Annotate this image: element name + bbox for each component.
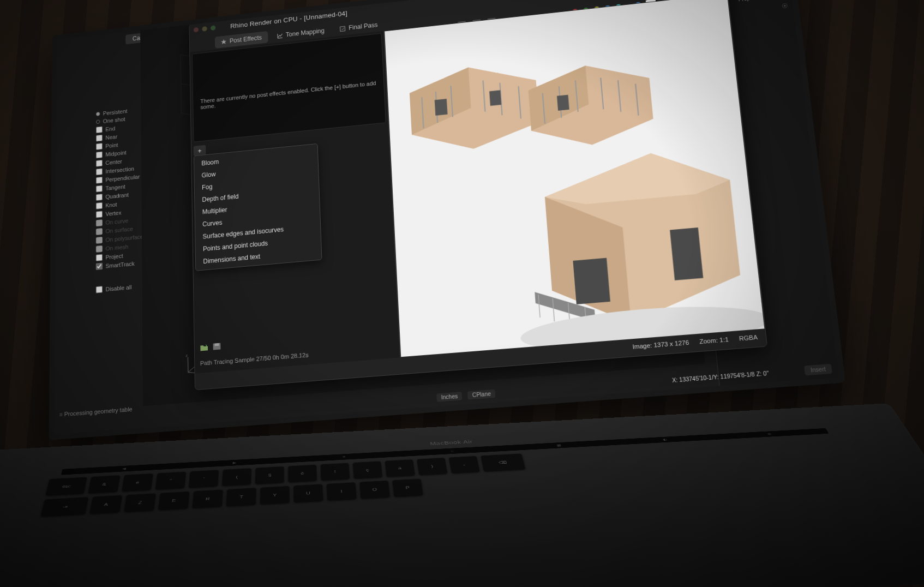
radio-on-icon <box>96 112 100 116</box>
svg-text:z: z <box>185 354 188 357</box>
key-esc: esc <box>46 477 87 496</box>
svg-point-7 <box>784 5 786 7</box>
key: è <box>288 464 317 482</box>
zoom-level: Zoom: 1:1 <box>699 336 729 345</box>
units-selector[interactable]: Inches <box>436 391 463 402</box>
key: ç <box>353 461 382 479</box>
checkbox-icon <box>96 245 103 253</box>
checkbox-icon[interactable] <box>96 160 103 167</box>
key: Z <box>124 493 156 512</box>
osnap-label: On curve <box>105 217 128 225</box>
osnap-label: SmartTrack <box>106 260 135 269</box>
key: é <box>122 474 153 492</box>
key: - <box>449 456 480 473</box>
key: T <box>226 488 256 507</box>
tab-label: Tone Mapping <box>286 27 325 38</box>
checkbox-icon[interactable] <box>96 254 103 261</box>
key: O <box>359 480 390 499</box>
osnap-label: On mesh <box>106 243 129 251</box>
cplane-selector[interactable]: CPlane <box>467 389 495 399</box>
osnap-label: Quadrant <box>105 191 129 200</box>
key: I <box>327 482 357 501</box>
checkbox-icon[interactable] <box>96 202 103 209</box>
checkbox-icon[interactable] <box>96 177 103 184</box>
checkbox-icon[interactable] <box>96 286 103 293</box>
folder-open-icon[interactable] <box>200 343 208 351</box>
effects-tools <box>200 343 221 352</box>
key: Y <box>260 486 290 504</box>
render-window-body: There are currently no post effects enab… <box>190 0 765 374</box>
osnap-label: Tangent <box>105 183 125 191</box>
svg-rect-19 <box>489 90 501 106</box>
key: ) <box>417 458 447 475</box>
svg-rect-18 <box>435 99 448 116</box>
key-delete: ⌫ <box>481 453 525 472</box>
tab-label: Final Pass <box>349 21 378 31</box>
svg-rect-26 <box>557 95 569 111</box>
osnap-label: Midpoint <box>105 149 126 157</box>
osnap-label: Project <box>106 253 123 260</box>
checkbox-icon <box>96 237 103 244</box>
svg-rect-8 <box>340 26 345 31</box>
rendered-scene <box>385 0 764 357</box>
checkbox-icon[interactable] <box>96 168 103 175</box>
checkbox-icon[interactable] <box>96 194 103 201</box>
laptop-screen: New In V7 7 Cancel Persistent One shot E… <box>49 0 845 440</box>
tab-label: Post Effects <box>230 34 262 45</box>
checkbox-icon <box>96 228 103 235</box>
status-processing: ≡ Processing geometry table <box>59 406 133 418</box>
key: U <box>293 484 323 502</box>
key: A <box>89 495 122 514</box>
key: " <box>155 471 186 489</box>
key: ! <box>320 463 350 481</box>
osnap-label: Knot <box>105 201 117 208</box>
pixel-format: RGBA <box>739 334 758 342</box>
effects-empty-message: There are currently no post effects enab… <box>200 80 376 110</box>
key: à <box>385 459 415 477</box>
image-dimensions: Image: 1373 x 1276 <box>632 339 689 350</box>
star-icon <box>221 39 226 45</box>
key: ( <box>222 468 251 486</box>
checkbox-icon[interactable] <box>96 151 103 158</box>
osnap-label: Point <box>105 142 118 149</box>
close-icon[interactable] <box>194 27 199 33</box>
render-progress-status: Path Tracing Sample 27/50 0h 0m 28.12s <box>200 351 309 367</box>
disable-all-label: Disable all <box>106 284 132 292</box>
checkbox-icon[interactable] <box>96 211 103 218</box>
render-viewport[interactable] <box>384 0 765 357</box>
key: § <box>255 466 284 484</box>
insert-button[interactable]: Insert <box>804 363 832 375</box>
key: & <box>88 475 121 494</box>
checkbox-icon[interactable] <box>96 126 103 133</box>
render-window: Rhino Render on CPU - [Unnamed-04] Post … <box>189 0 767 390</box>
macbook-logo: MacBook Air <box>430 439 473 446</box>
post-effects-panel: There are currently no post effects enab… <box>190 31 400 374</box>
minimize-icon[interactable] <box>202 26 207 32</box>
zoom-icon[interactable] <box>211 25 215 31</box>
osnap-label: Near <box>105 133 117 140</box>
effects-empty-area: There are currently no post effects enab… <box>192 33 386 142</box>
key: E <box>158 491 189 510</box>
key: ' <box>189 470 219 488</box>
save-icon[interactable] <box>213 343 221 351</box>
svg-rect-10 <box>215 343 219 346</box>
chart-icon <box>277 33 283 39</box>
osnap-label: Vertex <box>105 209 121 217</box>
export-icon <box>340 26 346 32</box>
svg-rect-27 <box>573 258 610 304</box>
checkbox-icon[interactable] <box>96 185 103 192</box>
radio-off-icon <box>96 119 100 124</box>
key: P <box>392 478 423 497</box>
svg-rect-28 <box>670 227 703 280</box>
checkbox-icon[interactable] <box>96 143 103 150</box>
osnap-label: Center <box>105 158 122 166</box>
osnap-label: End <box>105 125 115 132</box>
checkbox-icon[interactable] <box>96 135 103 142</box>
checkbox-icon <box>96 219 103 226</box>
checkbox-icon[interactable] <box>96 263 103 270</box>
key: R <box>192 489 223 508</box>
effects-dropdown-menu: BloomGlowFogDepth of fieldMultiplierCurv… <box>194 143 322 271</box>
gear-icon[interactable] <box>781 2 789 10</box>
key-tab: ⇥ <box>40 497 88 517</box>
